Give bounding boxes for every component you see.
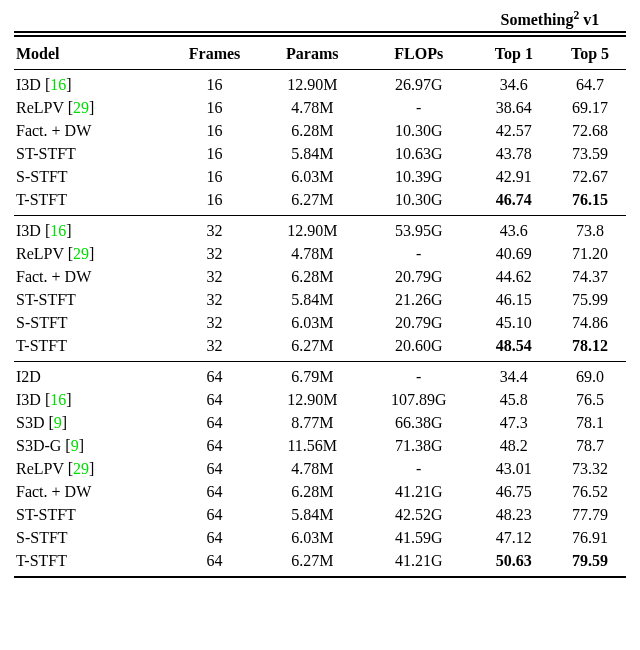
cell-frames: 64 [168, 412, 261, 435]
cell-flops: - [364, 458, 474, 481]
citation-ref[interactable]: 16 [50, 76, 66, 93]
cell-frames: 64 [168, 362, 261, 389]
col-frames: Frames [168, 36, 261, 70]
header-group-a: Something [501, 11, 574, 28]
cell-params: 4.78M [261, 458, 364, 481]
citation-ref[interactable]: 29 [73, 99, 89, 116]
table-body: I3D [16]1612.90M26.97G34.664.7ReLPV [29]… [14, 70, 626, 578]
cell-flops: 41.21G [364, 550, 474, 578]
col-flops: FLOPs [364, 36, 474, 70]
cell-model: I3D [16] [14, 216, 168, 243]
cell-flops: 66.38G [364, 412, 474, 435]
cell-flops: 20.79G [364, 266, 474, 289]
cell-top1: 43.6 [474, 216, 554, 243]
cell-top5: 78.12 [554, 335, 626, 362]
cell-params: 4.78M [261, 97, 364, 120]
cell-params: 6.28M [261, 481, 364, 504]
cell-top5: 75.99 [554, 289, 626, 312]
citation-ref[interactable]: 29 [73, 245, 89, 262]
cell-top1: 47.3 [474, 412, 554, 435]
col-model: Model [14, 36, 168, 70]
cell-top1: 42.57 [474, 120, 554, 143]
cell-flops: 21.26G [364, 289, 474, 312]
citation-ref[interactable]: 16 [50, 222, 66, 239]
cell-top1: 45.10 [474, 312, 554, 335]
cell-top1: 48.23 [474, 504, 554, 527]
cell-top5: 72.67 [554, 166, 626, 189]
table-row: Fact. + DW326.28M20.79G44.6274.37 [14, 266, 626, 289]
cell-top1: 48.54 [474, 335, 554, 362]
cell-flops: 10.30G [364, 189, 474, 216]
cell-frames: 32 [168, 289, 261, 312]
cell-params: 11.56M [261, 435, 364, 458]
cell-frames: 16 [168, 143, 261, 166]
cell-flops: 26.97G [364, 70, 474, 97]
cell-frames: 64 [168, 458, 261, 481]
cell-frames: 32 [168, 312, 261, 335]
cell-model: I2D [14, 362, 168, 389]
cell-frames: 64 [168, 527, 261, 550]
results-table: Something2 v1 Model Frames Params FLOPs … [14, 8, 626, 578]
cell-model: ST-STFT [14, 504, 168, 527]
table-row: I3D [16]6412.90M107.89G45.876.5 [14, 389, 626, 412]
cell-model: ST-STFT [14, 289, 168, 312]
cell-top5: 76.52 [554, 481, 626, 504]
citation-ref[interactable]: 29 [73, 460, 89, 477]
cell-params: 6.28M [261, 120, 364, 143]
cell-model: ReLPV [29] [14, 97, 168, 120]
cell-top5: 79.59 [554, 550, 626, 578]
cell-top5: 73.8 [554, 216, 626, 243]
table-row: ST-STFT325.84M21.26G46.1575.99 [14, 289, 626, 312]
citation-ref[interactable]: 9 [54, 414, 62, 431]
cell-top1: 44.62 [474, 266, 554, 289]
cell-flops: 42.52G [364, 504, 474, 527]
cell-top5: 73.32 [554, 458, 626, 481]
cell-frames: 32 [168, 266, 261, 289]
table-row: Fact. + DW166.28M10.30G42.5772.68 [14, 120, 626, 143]
cell-params: 6.27M [261, 550, 364, 578]
cell-top5: 77.79 [554, 504, 626, 527]
cell-flops: 10.30G [364, 120, 474, 143]
cell-frames: 16 [168, 97, 261, 120]
cell-params: 6.03M [261, 312, 364, 335]
cell-top1: 34.4 [474, 362, 554, 389]
cell-params: 5.84M [261, 143, 364, 166]
cell-model: Fact. + DW [14, 481, 168, 504]
col-top5: Top 5 [554, 36, 626, 70]
cell-params: 6.03M [261, 527, 364, 550]
table-row: I3D [16]3212.90M53.95G43.673.8 [14, 216, 626, 243]
cell-params: 12.90M [261, 389, 364, 412]
cell-top5: 74.86 [554, 312, 626, 335]
cell-model: T-STFT [14, 335, 168, 362]
cell-top1: 47.12 [474, 527, 554, 550]
table-row: ReLPV [29]164.78M-38.6469.17 [14, 97, 626, 120]
cell-params: 12.90M [261, 216, 364, 243]
cell-model: S3D-G [9] [14, 435, 168, 458]
table-row: T-STFT166.27M10.30G46.7476.15 [14, 189, 626, 216]
cell-top5: 76.15 [554, 189, 626, 216]
cell-frames: 32 [168, 335, 261, 362]
table-row: T-STFT326.27M20.60G48.5478.12 [14, 335, 626, 362]
table-row: T-STFT646.27M41.21G50.6379.59 [14, 550, 626, 578]
cell-frames: 64 [168, 481, 261, 504]
cell-model: I3D [16] [14, 389, 168, 412]
table-row: ReLPV [29]324.78M-40.6971.20 [14, 243, 626, 266]
cell-top5: 73.59 [554, 143, 626, 166]
citation-ref[interactable]: 16 [50, 391, 66, 408]
cell-top5: 69.0 [554, 362, 626, 389]
table-row: ReLPV [29]644.78M-43.0173.32 [14, 458, 626, 481]
cell-model: ReLPV [29] [14, 243, 168, 266]
cell-model: S-STFT [14, 527, 168, 550]
cell-params: 8.77M [261, 412, 364, 435]
table-row: S3D [9]648.77M66.38G47.378.1 [14, 412, 626, 435]
cell-frames: 64 [168, 504, 261, 527]
citation-ref[interactable]: 9 [71, 437, 79, 454]
cell-top5: 74.37 [554, 266, 626, 289]
table-row: S-STFT326.03M20.79G45.1074.86 [14, 312, 626, 335]
cell-params: 6.28M [261, 266, 364, 289]
table-row: S-STFT646.03M41.59G47.1276.91 [14, 527, 626, 550]
cell-flops: 53.95G [364, 216, 474, 243]
cell-top5: 78.1 [554, 412, 626, 435]
cell-model: T-STFT [14, 550, 168, 578]
cell-model: Fact. + DW [14, 120, 168, 143]
